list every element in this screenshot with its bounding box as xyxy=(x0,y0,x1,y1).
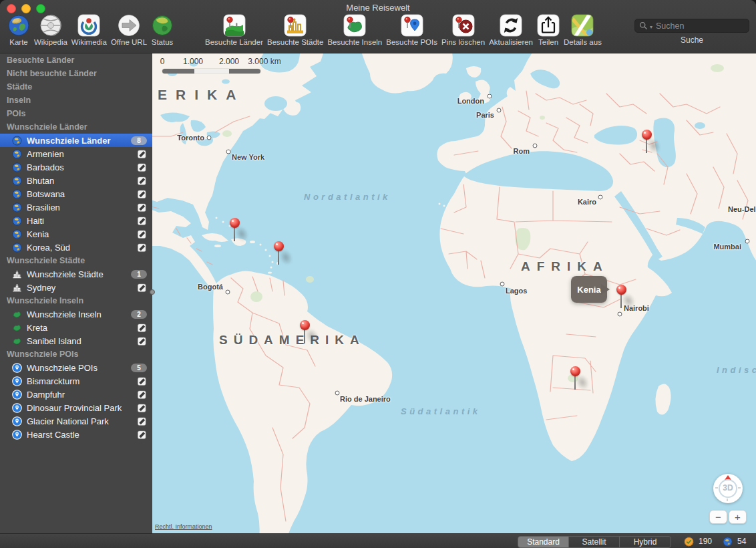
edit-icon[interactable] xyxy=(137,336,147,346)
map-view[interactable]: 01.0002.0003.000 km ERIKAAFRIKASÜDAMERIK… xyxy=(152,53,756,533)
sidebar-item-korea-s-d[interactable]: Korea, Süd xyxy=(0,241,152,254)
edit-icon[interactable] xyxy=(137,430,147,440)
map-type-satellit[interactable]: Satellit xyxy=(569,537,620,547)
sidebar-item-label: Bismarckturm xyxy=(27,376,137,386)
toolbar-button-pins-loeschen[interactable]: Pins löschen xyxy=(441,13,485,46)
sidebar-item-wunschziele-st-dte[interactable]: Wunschziele Städte1 xyxy=(0,267,152,281)
titlebar-toolbar: Meine Reisewelt KarteWikipediaWikimediaÖ… xyxy=(0,0,756,53)
status-globe-icon xyxy=(151,13,174,37)
sidebar-item-sanibel-island[interactable]: Sanibel Island xyxy=(0,334,152,348)
toolbar-button-status[interactable]: Status xyxy=(151,13,174,46)
poi-icon xyxy=(12,376,22,386)
sidebar-item-kenia[interactable]: Kenia xyxy=(0,227,152,241)
toolbar-button-label: Aktualisieren xyxy=(489,38,533,46)
compass-3d-control[interactable]: 3D xyxy=(713,474,743,503)
toolbar-button-oeffne-url[interactable]: Öffne URL xyxy=(111,13,147,46)
sidebar-item-dampfuhr[interactable]: Dampfuhr xyxy=(0,388,152,401)
edit-icon[interactable] xyxy=(137,202,147,213)
counter-value: 190 xyxy=(699,537,712,546)
map-canvas[interactable] xyxy=(152,53,756,533)
city-dot-kairo xyxy=(598,195,603,200)
statusbar: StandardSatellitHybrid 19054 xyxy=(0,533,756,548)
compass-3d-label: 3D xyxy=(713,483,743,493)
sidebar-item-wunschziele-l-nder[interactable]: Wunschziele Länder8 xyxy=(0,134,152,147)
edit-icon[interactable] xyxy=(137,229,147,239)
sidebar-item-barbados[interactable]: Barbados xyxy=(0,160,152,174)
toolbar-button-karte[interactable]: Karte xyxy=(7,13,30,46)
globe-icon xyxy=(12,202,22,213)
toolbar-button-label: Status xyxy=(152,38,174,46)
details-map-icon xyxy=(571,13,594,37)
edit-icon[interactable] xyxy=(137,376,147,386)
toolbar-button-label: Karte xyxy=(9,38,28,46)
toolbar-button-besuchte-laender[interactable]: Besuchte Länder xyxy=(205,13,263,46)
edit-icon[interactable] xyxy=(137,403,147,413)
search-scope-chevron-icon: ▾ xyxy=(650,24,652,30)
toolbar-button-aktualisieren[interactable]: Aktualisieren xyxy=(489,13,533,46)
toolbar-button-details-aus[interactable]: Details aus xyxy=(564,13,602,46)
legal-info-link[interactable]: Rechtl. Informationen xyxy=(155,523,212,530)
medal-check-icon xyxy=(684,537,694,547)
edit-icon[interactable] xyxy=(137,416,147,426)
sidebar-splitter-handle[interactable] xyxy=(150,289,155,295)
map-type-standard[interactable]: Standard xyxy=(518,537,569,547)
city-label-rio-de-janeiro: Rio de Janeiro xyxy=(340,395,391,403)
poi-icon xyxy=(12,416,22,426)
sidebar-item-kreta[interactable]: Kreta xyxy=(0,321,152,334)
edit-icon[interactable] xyxy=(137,323,147,333)
sidebar-item-bismarckturm[interactable]: Bismarckturm xyxy=(0,374,152,388)
sidebar-item-glacier-national-park[interactable]: Glacier National Park xyxy=(0,414,152,428)
sidebar-item-label: Armenien xyxy=(27,149,137,159)
city-label-paris: Paris xyxy=(476,111,494,119)
edit-icon[interactable] xyxy=(137,283,147,293)
sidebar-item-hearst-castle[interactable]: Hearst Castle xyxy=(0,428,152,441)
edit-icon[interactable] xyxy=(137,216,147,226)
toolbar-button-besuchte-inseln[interactable]: Besuchte Inseln xyxy=(327,13,382,46)
globe-icon xyxy=(12,216,22,226)
edit-icon[interactable] xyxy=(137,243,147,253)
sidebar-item-label: Kreta xyxy=(27,323,137,333)
sidebar-item-wunschziele-pois[interactable]: Wunschziele POIs5 xyxy=(0,361,152,374)
edit-icon[interactable] xyxy=(137,189,147,199)
search-caption: Suche xyxy=(681,35,703,45)
counter-value: 54 xyxy=(737,537,746,546)
search-field[interactable]: ▾ xyxy=(634,19,749,33)
sidebar-item-haiti[interactable]: Haiti xyxy=(0,214,152,227)
toolbar-button-besuchte-staedte[interactable]: Besuchte Städte xyxy=(267,13,323,46)
edit-icon[interactable] xyxy=(137,390,147,400)
sidebar-item-bhutan[interactable]: Bhutan xyxy=(0,174,152,187)
map-type-hybrid[interactable]: Hybrid xyxy=(620,537,671,547)
sidebar-item-dinosaur-provincial-park[interactable]: Dinosaur Provincial Park xyxy=(0,401,152,414)
zoom-in-button[interactable]: + xyxy=(729,510,747,524)
toolbar-button-wikimedia[interactable]: Wikimedia xyxy=(71,13,107,46)
scale-tick-label: 1.000 xyxy=(183,57,203,66)
sidebar-item-label: Sydney xyxy=(27,283,137,293)
zoom-out-button[interactable]: − xyxy=(709,510,727,524)
sidebar-item-botswana[interactable]: Botswana xyxy=(0,187,152,200)
wikimedia-icon xyxy=(77,13,100,37)
count-badge: 8 xyxy=(131,136,147,145)
edit-icon[interactable] xyxy=(137,149,147,159)
sidebar-item-label: Botswana xyxy=(27,189,137,199)
counter-globe: 54 xyxy=(723,537,746,547)
sidebar-item-label: Hearst Castle xyxy=(27,430,137,440)
sidebar-item-label: Bhutan xyxy=(27,176,137,186)
city-dot-new-york xyxy=(226,150,231,154)
city-label-kairo: Kairo xyxy=(578,198,596,206)
edit-icon[interactable] xyxy=(137,176,147,186)
refresh-icon xyxy=(500,13,522,37)
sidebar-item-wunschziele-inseln[interactable]: Wunschziele Inseln2 xyxy=(0,307,152,321)
sidebar-item-sydney[interactable]: Sydney xyxy=(0,281,152,294)
sidebar-item-brasilien[interactable]: Brasilien xyxy=(0,200,152,214)
scale-tick-label: 3.000 km xyxy=(248,57,280,66)
sidebar-item-armenien[interactable]: Armenien xyxy=(0,147,152,160)
search-input[interactable] xyxy=(654,21,745,31)
visited-islands-icon xyxy=(343,13,366,37)
delete-pins-icon xyxy=(452,13,475,37)
toolbar-button-teilen[interactable]: Teilen xyxy=(537,13,560,46)
toolbar-button-besuchte-pois[interactable]: Besuchte POIs xyxy=(386,13,437,46)
toolbar-button-label: Teilen xyxy=(538,38,558,46)
toolbar-button-wikipedia[interactable]: Wikipedia xyxy=(34,13,67,46)
island-icon xyxy=(12,323,22,333)
edit-icon[interactable] xyxy=(137,162,147,172)
